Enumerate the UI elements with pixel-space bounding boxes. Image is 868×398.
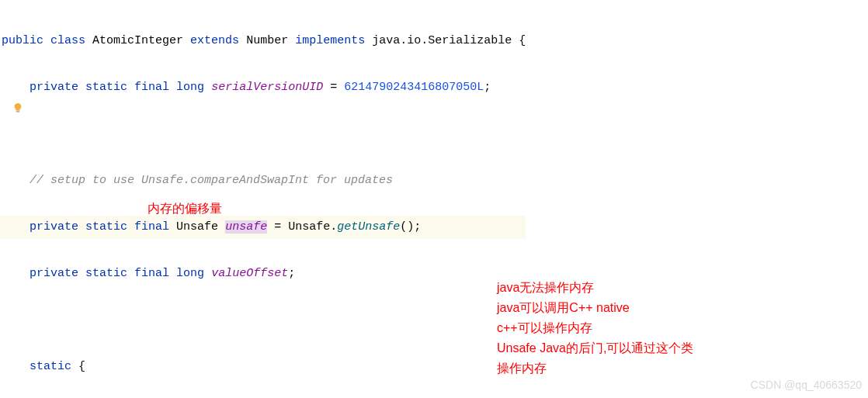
indent	[2, 267, 30, 280]
operator: = Unsafe.	[267, 220, 337, 234]
type: Unsafe	[176, 220, 225, 234]
indent	[2, 81, 30, 94]
keyword: class	[50, 34, 85, 47]
indent	[2, 174, 30, 187]
watermark: CSDN @qq_40663520	[751, 373, 862, 396]
blank-line	[0, 123, 526, 146]
tail: ();	[400, 220, 421, 234]
keyword: static	[85, 81, 127, 94]
keyword: implements	[295, 34, 365, 47]
type-ref: java.io.Serializable	[372, 34, 512, 47]
field: valueOffset	[211, 267, 288, 280]
keyword: static	[85, 220, 127, 234]
keyword: static	[30, 360, 71, 373]
class-name: Number	[246, 34, 288, 47]
field-highlighted: unsafe	[225, 220, 267, 234]
keyword: extends	[190, 34, 239, 47]
method: getUnsafe	[337, 220, 400, 234]
comment: // setup to use Unsafe.compareAndSwapInt…	[30, 174, 393, 187]
number: 6214790243416807050L	[344, 81, 484, 94]
class-name: AtomicInteger	[92, 34, 183, 47]
code-line: private static final long serialVersionU…	[0, 76, 526, 99]
brace: {	[512, 34, 526, 47]
keyword: final	[134, 81, 169, 94]
keyword: final	[134, 220, 169, 234]
annotation-offset: 内存的偏移量	[148, 199, 222, 219]
code-line: // setup to use Unsafe.compareAndSwapInt…	[0, 169, 526, 192]
semicolon: ;	[288, 267, 295, 280]
code-line: public class AtomicInteger extends Numbe…	[0, 29, 526, 53]
blank-line	[0, 309, 526, 332]
keyword: public	[2, 34, 43, 47]
keyword: long	[176, 267, 204, 280]
keyword: final	[134, 267, 169, 280]
code-line: private static final long valueOffset;	[0, 262, 526, 286]
annotation-line: java可以调用C++ native	[497, 298, 693, 318]
brace: {	[71, 360, 85, 373]
annotation-line: java无法操作内存	[497, 278, 693, 298]
code-line-highlighted: private static final Unsafe unsafe = Uns…	[0, 216, 526, 239]
annotation-line: Unsafe Java的后门,可以通过这个类	[497, 338, 693, 358]
code-area[interactable]: public class AtomicInteger extends Numbe…	[0, 6, 526, 398]
code-line: static {	[0, 355, 526, 379]
keyword: long	[176, 81, 204, 94]
indent	[2, 220, 30, 234]
keyword: private	[30, 81, 78, 94]
annotation-line: 操作内存	[497, 358, 693, 379]
field: serialVersionUID	[211, 81, 323, 94]
semicolon: ;	[484, 81, 491, 94]
annotation-line: c++可以操作内存	[497, 318, 693, 338]
annotation-unsafe-block: java无法操作内存 java可以调用C++ native c++可以操作内存 …	[497, 278, 693, 379]
indent	[2, 360, 30, 373]
keyword: private	[30, 220, 78, 234]
operator: =	[323, 81, 344, 94]
keyword: private	[30, 267, 78, 280]
keyword: static	[85, 267, 127, 280]
